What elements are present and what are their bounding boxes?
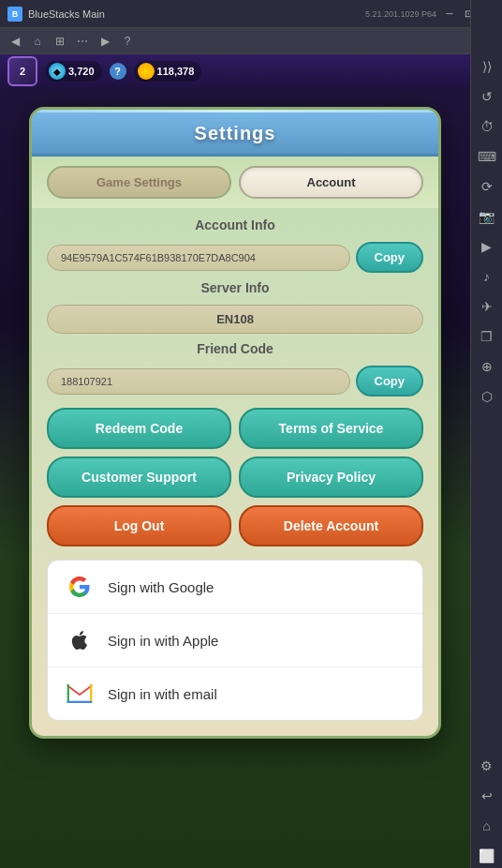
nav-bar: ◀ ⌂ ⊞ ⋯ ▶ ? bbox=[0, 28, 502, 54]
copy-account-button[interactable]: Copy bbox=[356, 242, 424, 273]
account-info-value: 94E9579A1C574F61B938170E7DA8C904 bbox=[47, 245, 350, 271]
sidebar-expand-icon[interactable]: ⟩⟩ bbox=[475, 54, 499, 79]
settings-panel: Settings Game Settings Account Account I… bbox=[29, 107, 441, 739]
level-badge: 2 bbox=[7, 56, 37, 86]
settings-body: Account Info 94E9579A1C574F61B938170E7DA… bbox=[32, 208, 438, 736]
game-top-bar: 2 ◆ 3,720 ? 118,378 🔍 bbox=[0, 54, 502, 88]
google-icon bbox=[66, 574, 93, 600]
signin-google[interactable]: Sign with Google bbox=[48, 561, 422, 614]
sidebar-gear-icon[interactable]: ⚙ bbox=[475, 754, 499, 778]
sidebar-screenshot-icon[interactable]: 📷 bbox=[475, 204, 499, 229]
sidebar-recent-icon[interactable]: ⬜ bbox=[475, 844, 499, 868]
signin-google-text: Sign with Google bbox=[108, 579, 214, 595]
sidebar-clock-icon[interactable]: ⏱ bbox=[475, 114, 499, 139]
diamond-icon: ◆ bbox=[49, 63, 66, 80]
settings-button[interactable]: ⋯ bbox=[73, 32, 92, 51]
action-grid: Redeem Code Terms of Service Customer Su… bbox=[47, 408, 423, 546]
game-content: Settings Game Settings Account Account I… bbox=[0, 88, 470, 868]
terms-of-service-button[interactable]: Terms of Service bbox=[239, 408, 423, 449]
modal-overlay: Settings Game Settings Account Account I… bbox=[0, 88, 470, 868]
apple-icon bbox=[66, 627, 93, 653]
settings-title: Settings bbox=[195, 123, 276, 143]
app-icon: B bbox=[7, 7, 22, 22]
signin-email-text: Sign in with email bbox=[108, 686, 217, 702]
server-info-value: EN108 bbox=[47, 305, 423, 334]
tab-account[interactable]: Account bbox=[239, 166, 423, 199]
sidebar-keyboard-icon[interactable]: ⌨ bbox=[475, 144, 499, 169]
window-title: BlueStacks Main bbox=[28, 8, 360, 20]
sidebar-back-icon[interactable]: ↩ bbox=[475, 784, 499, 808]
home-button[interactable]: ⌂ bbox=[28, 32, 47, 51]
diamond-currency[interactable]: ◆ 3,720 bbox=[45, 61, 102, 82]
signin-email[interactable]: Sign in with email bbox=[48, 667, 422, 720]
signin-apple-text: Sign in with Apple bbox=[108, 633, 218, 649]
delete-account-button[interactable]: Delete Account bbox=[239, 505, 423, 546]
question-badge[interactable]: ? bbox=[110, 63, 126, 80]
sidebar-volume-icon[interactable]: ♪ bbox=[475, 264, 499, 289]
friend-code-value: 188107921 bbox=[47, 368, 350, 395]
right-sidebar: ⟩⟩ ↺ ⏱ ⌨ ⟳ 📷 ▶ ♪ ✈ ❐ ⊕ ⬡ ⚙ ↩ ⌂ ⬜ bbox=[470, 0, 502, 868]
log-out-button[interactable]: Log Out bbox=[47, 505, 231, 546]
account-info-label: Account Info bbox=[47, 217, 423, 232]
coin-count: 118,378 bbox=[157, 66, 195, 77]
diamond-count: 3,720 bbox=[68, 66, 95, 77]
window-frame: B BlueStacks Main 5.21.201.1029 P64 ─ ⊡ … bbox=[0, 0, 502, 868]
sidebar-home-icon[interactable]: ⌂ bbox=[475, 814, 499, 838]
sidebar-layers-icon[interactable]: ❐ bbox=[475, 324, 499, 349]
tabs-button[interactable]: ⊞ bbox=[51, 32, 69, 51]
redeem-code-button[interactable]: Redeem Code bbox=[47, 408, 231, 449]
coin-icon bbox=[138, 63, 155, 80]
help-button[interactable]: ? bbox=[118, 32, 137, 51]
sidebar-location-icon[interactable]: ⊕ bbox=[475, 354, 499, 379]
settings-header: Settings bbox=[32, 110, 438, 157]
signin-section: Sign with Google Sign in with Apple bbox=[47, 560, 423, 721]
sidebar-rotate-icon[interactable]: ⟳ bbox=[475, 174, 499, 199]
version-text: 5.21.201.1029 P64 bbox=[365, 9, 436, 19]
sidebar-plane-icon[interactable]: ✈ bbox=[475, 294, 499, 319]
customer-support-button[interactable]: Customer Support bbox=[47, 456, 231, 498]
friend-code-label: Friend Code bbox=[47, 341, 423, 356]
server-info-label: Server Info bbox=[47, 280, 423, 295]
tab-game-settings[interactable]: Game Settings bbox=[47, 166, 231, 199]
forward-button[interactable]: ▶ bbox=[96, 32, 114, 51]
back-button[interactable]: ◀ bbox=[6, 32, 24, 51]
copy-friend-code-button[interactable]: Copy bbox=[356, 366, 424, 397]
sidebar-refresh-icon[interactable]: ↺ bbox=[475, 84, 499, 109]
title-bar: B BlueStacks Main 5.21.201.1029 P64 ─ ⊡ … bbox=[0, 0, 502, 28]
tab-bar: Game Settings Account bbox=[32, 157, 438, 208]
gmail-icon bbox=[66, 681, 93, 707]
privacy-policy-button[interactable]: Privacy Policy bbox=[239, 456, 423, 498]
sidebar-video-icon[interactable]: ▶ bbox=[475, 234, 499, 259]
sidebar-box-icon[interactable]: ⬡ bbox=[475, 384, 499, 409]
coin-currency[interactable]: 118,378 bbox=[134, 61, 202, 82]
friend-code-row: 188107921 Copy bbox=[47, 366, 423, 397]
signin-apple[interactable]: Sign in with Apple bbox=[48, 614, 422, 667]
account-info-row: 94E9579A1C574F61B938170E7DA8C904 Copy bbox=[47, 242, 423, 273]
minimize-button[interactable]: ─ bbox=[442, 7, 457, 22]
